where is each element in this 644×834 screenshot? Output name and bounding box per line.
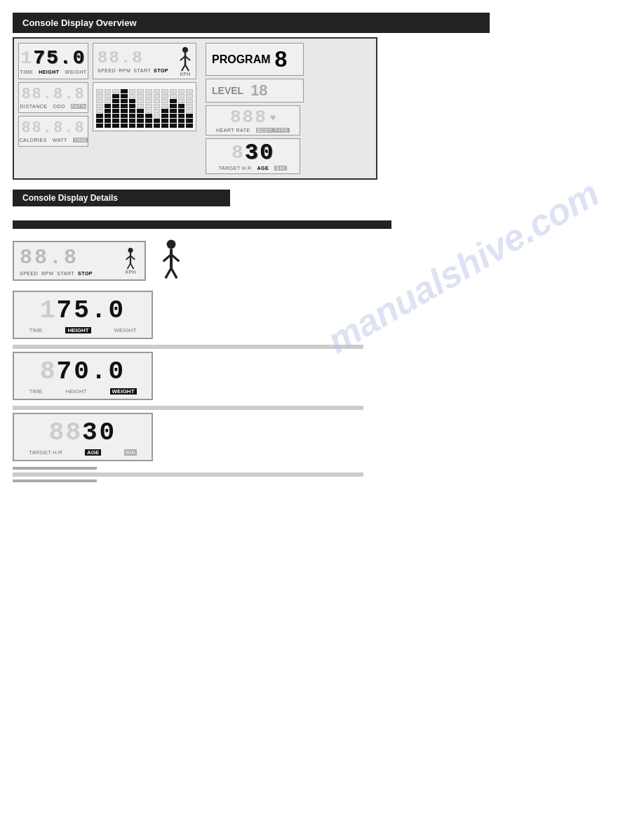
- bar-segment: [186, 99, 193, 103]
- bar-segment: [137, 124, 144, 128]
- bar-segment: [161, 99, 168, 103]
- bar-segment: [154, 119, 161, 123]
- top-section: Console Display Overview 1 75.0 TIME HEI…: [13, 13, 631, 206]
- main-digits-panel: 1 75.0 TIME HEIGHT WEIGHT: [18, 43, 88, 79]
- speed-detail-row: 88.8 SPEED RPM START STOP: [13, 239, 631, 282]
- bar-segment: [161, 109, 168, 113]
- label-bmi-a: BMI: [124, 449, 137, 456]
- bar-segment: [105, 94, 112, 98]
- bar-segment: [96, 109, 103, 113]
- bar-segment: [161, 114, 168, 118]
- bar-segment: [178, 119, 185, 123]
- label-bmi: BMI: [274, 166, 287, 171]
- svg-line-17: [171, 268, 177, 279]
- label-speed-t: SPEED: [98, 68, 116, 73]
- label-weight-h: WEIGHT: [114, 327, 137, 333]
- person-figure-speed: [125, 247, 136, 270]
- speed-labels-top: SPEED RPM START STOP: [98, 68, 168, 73]
- bar-segment: [105, 109, 112, 113]
- bar-segment: [121, 114, 128, 118]
- label-target-hr: TARGET H.R: [219, 166, 252, 171]
- bar-segment: [96, 124, 103, 128]
- label-height-h: HEIGHT: [65, 327, 90, 333]
- svg-line-10: [128, 263, 130, 269]
- height-display-row: 1 75.0 TIME HEIGHT WEIGHT: [13, 291, 631, 339]
- kph-label-top: KPH: [180, 72, 190, 77]
- console-right: PROGRAM 8 LEVEL 18 888 ♥ HEART RATE: [206, 43, 304, 174]
- height-digits: 75.0: [57, 298, 126, 324]
- bar-segment: [170, 119, 177, 123]
- bar-segment: [145, 104, 152, 108]
- program-panel: PROGRAM 8: [206, 43, 304, 76]
- target-digits: 30: [245, 142, 274, 164]
- bar-segment: [186, 104, 193, 108]
- bar-column: [105, 86, 112, 128]
- main-digits: 75.0: [33, 48, 86, 68]
- label-bodytype: BODY TYPE: [256, 128, 290, 133]
- bar-segment: [121, 99, 128, 103]
- age-digits: 30: [82, 421, 116, 446]
- bar-segment: [145, 99, 152, 103]
- svg-point-6: [128, 247, 133, 252]
- bar-segment: [154, 124, 161, 128]
- weight-display-row: 8 70.0 TIME HEIGHT WEIGHT: [13, 352, 631, 400]
- svg-line-5: [185, 65, 189, 71]
- bar-segment: [121, 124, 128, 128]
- top-section-header: Console Display Overview: [13, 13, 490, 33]
- label-start-t: START: [133, 68, 151, 73]
- bar-segment: [186, 114, 193, 118]
- label-heartrate: HEART RATE: [216, 128, 250, 133]
- bar-column: [170, 86, 177, 128]
- heartrate-labels: HEART RATE BODY TYPE: [216, 128, 290, 133]
- label-fat: FAT%: [71, 104, 87, 109]
- label-start-d: START: [57, 271, 74, 276]
- bar-segment: [112, 99, 119, 103]
- bar-segment: [112, 119, 119, 123]
- bar-column: [178, 86, 185, 128]
- bar-segment: [154, 94, 161, 98]
- svg-line-4: [182, 65, 185, 71]
- weight-faded: 8: [40, 357, 57, 386]
- bar-segment: [105, 119, 112, 123]
- bar-segment: [121, 104, 128, 108]
- bar-column: [129, 86, 136, 128]
- main-labels: TIME HEIGHT WEIGHT: [20, 70, 86, 74]
- label-height: HEIGHT: [39, 70, 59, 74]
- bar-segment: [145, 124, 152, 128]
- weight-panel: 8 70.0 TIME HEIGHT WEIGHT: [13, 352, 153, 400]
- bar-segment: [137, 109, 144, 113]
- weight-labels: TIME HEIGHT WEIGHT: [21, 388, 145, 395]
- calories-panel: 88.8.8 CALORIES WATT TIME: [18, 116, 88, 147]
- bar-segment: [96, 114, 103, 118]
- bar-segment: [112, 114, 119, 118]
- small-sep-2: [13, 472, 363, 477]
- bar-segment: [161, 89, 168, 93]
- bar-segment: [137, 99, 144, 103]
- label-height-w: HEIGHT: [65, 388, 86, 395]
- console-display: 1 75.0 TIME HEIGHT WEIGHT 88.8.8 DISTANC…: [13, 37, 377, 180]
- label-age: AGE: [257, 166, 269, 171]
- label-watt: WATT: [53, 138, 67, 143]
- age-faded: 88: [49, 418, 82, 447]
- bar-segment: [105, 99, 112, 103]
- level-panel: LEVEL 18: [206, 79, 304, 102]
- height-labels: TIME HEIGHT WEIGHT: [21, 327, 145, 333]
- bar-segment: [129, 99, 136, 103]
- label-stop-t: STOP: [154, 68, 168, 73]
- bar-segment: [145, 94, 152, 98]
- distance-panel: 88.8.8 DISTANCE ODO FAT%: [18, 82, 88, 113]
- bar-segment: [137, 104, 144, 108]
- standalone-figure: [160, 239, 182, 282]
- bar-segment: [186, 124, 193, 128]
- label-time-w: TIME: [29, 388, 42, 395]
- svg-line-16: [166, 268, 171, 279]
- bar-segment: [121, 119, 128, 123]
- bar-segment: [161, 94, 168, 98]
- separator-2: [13, 406, 363, 410]
- bar-segment: [170, 99, 177, 103]
- bar-segment: [121, 89, 128, 93]
- bar-segment: [145, 89, 152, 93]
- label-weight: WEIGHT: [65, 70, 87, 74]
- main-faded-digit: 1: [21, 49, 34, 67]
- bar-segment: [170, 109, 177, 113]
